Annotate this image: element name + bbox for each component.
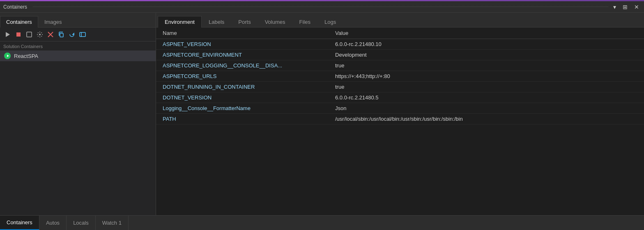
table-row: ASPNETCORE_URLS https://+:443;http://+:8… [156, 71, 644, 82]
container-item[interactable]: ReactSPA [0, 51, 156, 61]
right-tab-bar: Environment Labels Ports Volumes Files L… [156, 13, 644, 28]
svg-marker-0 [6, 32, 10, 37]
table-row: PATH /usr/local/sbin:/usr/local/bin:/usr… [156, 114, 644, 124]
refresh-button[interactable] [67, 30, 76, 39]
section-label: Solution Containers [0, 41, 156, 51]
table-row: ASPNET_VERSION 6.0.0-rc.2.21480.10 [156, 39, 644, 50]
svg-rect-6 [60, 33, 63, 37]
row-name: ASPNETCORE_ENVIRONMENT [163, 52, 335, 58]
svg-point-3 [39, 34, 41, 35]
row-name: ASPNETCORE_LOGGING__CONSOLE__DISA... [163, 62, 335, 69]
pin-btn[interactable]: ⊞ [621, 3, 629, 11]
title-bar: Containers ▾ ⊞ ✕ [0, 1, 644, 13]
bottom-tab-autos[interactable]: Autos [39, 216, 67, 230]
row-name: ASPNET_VERSION [163, 41, 335, 47]
right-panel: Environment Labels Ports Volumes Files L… [156, 13, 644, 215]
svg-rect-2 [27, 32, 32, 37]
row-value: https://+:443;http://+:80 [335, 73, 637, 79]
tab-environment[interactable]: Environment [158, 16, 202, 28]
row-name: Logging__Console__FormatterName [163, 105, 335, 111]
row-value: true [335, 62, 637, 69]
title-text: Containers [3, 4, 27, 10]
terminal-button[interactable] [25, 30, 34, 39]
stop-button[interactable] [14, 30, 23, 39]
bottom-tab-watch[interactable]: Watch 1 [96, 216, 129, 230]
row-value: Json [335, 105, 637, 111]
env-table: Name Value ASPNET_VERSION 6.0.0-rc.2.214… [156, 28, 644, 215]
settings-button[interactable] [35, 30, 44, 39]
row-name: DOTNET_VERSION [163, 94, 335, 101]
close-btn[interactable]: ✕ [632, 3, 641, 11]
left-panel: Containers Images [0, 13, 156, 215]
header-name: Name [163, 30, 335, 36]
table-row: DOTNET_RUNNING_IN_CONTAINER true [156, 82, 644, 92]
row-value: 6.0.0-rc.2.21480.10 [335, 41, 637, 47]
table-row: Logging__Console__FormatterName Json [156, 103, 644, 114]
title-bar-controls: ▾ ⊞ ✕ [612, 3, 641, 11]
tab-labels[interactable]: Labels [202, 16, 231, 28]
row-value: 6.0.0-rc.2.21480.5 [335, 94, 637, 101]
tab-volumes[interactable]: Volumes [258, 16, 292, 28]
title-dots [33, 7, 608, 7]
svg-marker-7 [73, 33, 74, 34]
table-row: ASPNETCORE_ENVIRONMENT Development [156, 50, 644, 60]
start-button[interactable] [3, 30, 12, 39]
attach-button[interactable] [78, 30, 87, 39]
run-icon [4, 53, 11, 59]
left-tab-bar: Containers Images [0, 13, 156, 28]
row-value: /usr/local/sbin:/usr/local/bin:/usr/sbin… [335, 116, 637, 122]
row-name: DOTNET_RUNNING_IN_CONTAINER [163, 84, 335, 90]
svg-rect-1 [16, 32, 21, 37]
main-content: Containers Images [0, 13, 644, 215]
table-body: ASPNET_VERSION 6.0.0-rc.2.21480.10 ASPNE… [156, 39, 644, 124]
table-row: ASPNETCORE_LOGGING__CONSOLE__DISA... tru… [156, 60, 644, 71]
toolbar [0, 28, 156, 41]
header-value: Value [335, 30, 637, 36]
tab-containers[interactable]: Containers [0, 16, 38, 28]
container-name: ReactSPA [14, 53, 38, 59]
tab-images[interactable]: Images [38, 16, 68, 28]
row-value: Development [335, 52, 637, 58]
table-header: Name Value [156, 28, 644, 39]
bottom-tab-containers[interactable]: Containers [0, 216, 39, 230]
delete-button[interactable] [46, 30, 55, 39]
tab-ports[interactable]: Ports [231, 16, 258, 28]
container-list: ReactSPA [0, 51, 156, 215]
bottom-tab-locals[interactable]: Locals [67, 216, 96, 230]
row-name: ASPNETCORE_URLS [163, 73, 335, 79]
row-name: PATH [163, 116, 335, 122]
bottom-bar: Containers Autos Locals Watch 1 [0, 215, 644, 230]
tab-logs[interactable]: Logs [317, 16, 343, 28]
row-value: true [335, 84, 637, 90]
copy-button[interactable] [57, 30, 66, 39]
table-row: DOTNET_VERSION 6.0.0-rc.2.21480.5 [156, 92, 644, 103]
tab-files[interactable]: Files [292, 16, 317, 28]
svg-rect-8 [80, 32, 85, 37]
dropdown-btn[interactable]: ▾ [612, 3, 618, 11]
